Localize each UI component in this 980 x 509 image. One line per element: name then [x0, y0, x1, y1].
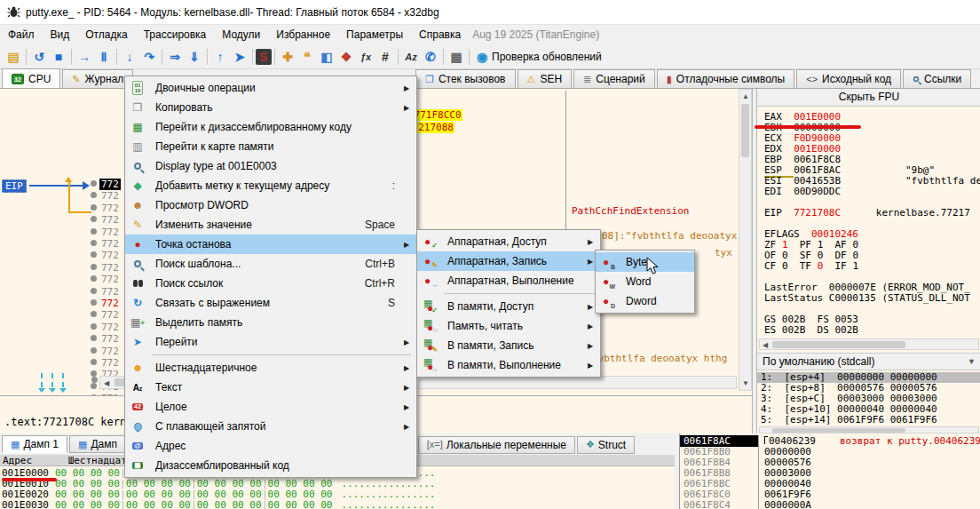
script-icon[interactable]: S — [256, 49, 272, 65]
tab-0[interactable]: 32CPU — [2, 68, 60, 88]
open-file-icon[interactable]: ▤ — [4, 47, 23, 67]
run-to-return-icon[interactable]: ⇒ — [165, 47, 185, 67]
vertical-scrollbar[interactable]: ▲ ▼ — [739, 89, 752, 391]
hide-fpu-button[interactable]: Скрыть FPU — [757, 89, 980, 107]
menu-item-label[interactable]: ◆Добавить метку к текущему адресу: — [125, 176, 416, 195]
menu-item-find-pattern[interactable]: Поиск шаблона...Ctrl+B — [125, 254, 416, 274]
menu-item-watch-dword[interactable]: ☻Просмотр DWORD — [125, 195, 416, 215]
menu-item-breakpoint[interactable]: ●Точка останова▶ — [125, 235, 416, 254]
menubar-item-6[interactable]: Параметры — [338, 26, 411, 44]
instruction-address[interactable]: 772 — [101, 227, 119, 238]
menu-item-edit[interactable]: ✎Изменить значениеSpace — [125, 215, 416, 235]
tab-4[interactable]: <>Исходный код — [796, 69, 901, 88]
registers-horizontal-scrollbar[interactable]: ◀ — [759, 338, 979, 350]
step-down-icon[interactable]: ⇓ — [185, 47, 204, 67]
menu-item-mem-read[interactable]: ●○Память, читать▶ — [417, 316, 600, 336]
patches-icon[interactable]: ✚ — [278, 47, 297, 67]
instruction-address[interactable]: 772 — [101, 357, 119, 369]
breakpoint-dot[interactable] — [91, 275, 97, 282]
menu-item-allocate-memory[interactable]: ▦+Выделить память — [125, 313, 416, 332]
labels-icon[interactable]: ◧ — [317, 47, 336, 67]
stack-row[interactable]: 0061F8AC00406239возврат к putty.00406239… — [680, 435, 980, 446]
stack-row[interactable]: 0061F8BC00000040 — [680, 478, 840, 489]
arguments-horizontal-scrollbar[interactable] — [759, 426, 979, 433]
breakpoint-dot[interactable] — [91, 240, 97, 246]
stack-pane[interactable]: 0061F8AC00406239возврат к putty.00406239… — [679, 433, 980, 509]
instruction-address[interactable]: 772 — [101, 190, 119, 202]
bottom-tab-0[interactable]: ▦Дамп 1 — [2, 435, 67, 453]
instruction-address[interactable]: 772 — [101, 262, 119, 274]
breakpoint-dot[interactable] — [91, 359, 97, 365]
menu-item-memory-map[interactable]: ▥Перейти к карте памяти — [125, 137, 416, 156]
menu-item-hw-access[interactable]: ●✓Аппаратная, Доступ▶ — [417, 232, 600, 251]
instruction-address[interactable]: 772 — [101, 333, 119, 345]
breakpoint-dot[interactable] — [91, 192, 97, 198]
menu-item-text[interactable]: AzТекст▶ — [125, 378, 416, 397]
flags-row-2[interactable]: CF 0 TF 0 IF 1 — [764, 261, 980, 272]
menubar-item-4[interactable]: Модули — [214, 26, 268, 44]
menu-item-integer[interactable]: 42Целое▶ — [125, 397, 416, 417]
menu-item-disasm-code[interactable]: ▦Дизассемблированный код — [125, 456, 416, 475]
registers-pane[interactable]: Скрыть FPU EAX 001E0000EBX 00000000ECX F… — [756, 89, 980, 433]
breakpoint-dot[interactable] — [91, 323, 97, 330]
tab-1[interactable]: ✎Журнал — [62, 69, 133, 88]
instruction-address[interactable]: 772 — [99, 179, 121, 190]
bottom-tab-2[interactable]: ❖Struct — [577, 436, 635, 454]
tab-1[interactable]: ⚠SEH — [518, 69, 573, 88]
menu-item-hw-write[interactable]: ●✎Аппаратная, Запись▶ — [417, 251, 600, 271]
step-into-icon[interactable]: ↓ — [120, 47, 139, 67]
breakpoint-dot[interactable] — [91, 335, 97, 341]
segment-registers-row[interactable]: ES 002B DS 002B — [764, 325, 980, 336]
menu-item-display-type[interactable]: Display type at 001E0003 — [125, 156, 416, 176]
restart-icon[interactable]: ↺ — [29, 47, 49, 67]
menu-item-disasm-chip[interactable]: ▦Перейти к дизассемблированному коду — [125, 117, 416, 137]
bottom-tab-1[interactable]: [x=]Локальные переменные — [418, 436, 575, 454]
dump-row[interactable]: 001E001000 00 00 0000 00 00 0000 00 00 0… — [0, 478, 435, 489]
stack-row[interactable]: 0061F8B400000576 — [680, 457, 840, 467]
step-over-icon[interactable]: ↷ — [139, 47, 159, 67]
instruction-address[interactable]: 772 — [101, 286, 119, 298]
hash-icon[interactable]: # — [375, 47, 395, 67]
dump-row[interactable]: 001E002000 00 00 0000 00 00 0000 00 00 0… — [0, 489, 435, 499]
breakpoint-dot[interactable] — [91, 347, 97, 354]
stack-row[interactable]: 0061F8C00061F9F6 — [680, 489, 840, 499]
breakpoint-dot[interactable] — [91, 383, 97, 389]
update-check-label[interactable]: Проверка обновлений — [492, 51, 602, 63]
menubar-item-2[interactable]: Отладка — [77, 26, 135, 44]
last-status-row[interactable]: LastStatus C0000135 (STATUS_DLL_NOT — [764, 293, 980, 304]
strings-icon[interactable]: Az — [401, 47, 421, 67]
breakpoint-dot[interactable] — [91, 288, 97, 294]
run-icon[interactable]: → — [75, 47, 94, 67]
menu-item-mem-access[interactable]: ●✓В памяти, Доступ▶ — [417, 297, 600, 316]
menu-item-hex[interactable]: ☻Шестнадцатеричное▶ — [125, 358, 416, 378]
tab-0[interactable]: ❐Стек вызовов — [415, 69, 516, 88]
instruction-address[interactable]: 772 — [101, 322, 119, 333]
menu-item-sync-expression[interactable]: ↻Связать с выражениемS — [125, 293, 416, 313]
tab-3[interactable]: ▮Отладочные символы — [657, 69, 794, 88]
register-row-edi[interactable]: EDI 00D90DDC — [764, 187, 980, 197]
breakpoint-dot[interactable] — [91, 180, 97, 187]
register-row-eip[interactable]: EIP 7721708C kernelbase.77217 — [764, 208, 980, 219]
functions-icon[interactable]: ƒx — [356, 47, 375, 67]
update-globe-icon[interactable]: ◉ — [472, 47, 492, 67]
breakpoint-dot[interactable] — [91, 264, 97, 270]
menu-item-float[interactable]: С плавающей запятой▶ — [125, 417, 416, 436]
bottom-tab-1[interactable]: ▦Дамп — [69, 435, 126, 453]
menubar-item-0[interactable]: Файл — [0, 26, 43, 44]
menu-item-hw-execute[interactable]: ●→Аппаратная, Выполнение — [417, 271, 600, 290]
breakpoint-dot[interactable] — [91, 228, 97, 235]
instruction-address[interactable]: 772 — [101, 203, 119, 214]
breakpoint-dot[interactable] — [91, 299, 97, 306]
menu-item-address[interactable]: @Адрес — [125, 436, 416, 456]
stack-row[interactable]: 0061F8B000000000 — [680, 446, 840, 457]
menu-item-bp-byte[interactable]: ●BByte — [596, 252, 694, 272]
breakpoint-dot[interactable] — [91, 251, 97, 258]
menubar-item-5[interactable]: Избранное — [268, 26, 338, 44]
argument-row-5[interactable]: 5: [esp+14] 0061F9F6 0061F9F6 — [757, 415, 980, 425]
attach-icon[interactable]: ✆ — [421, 47, 440, 67]
stack-row[interactable]: 0061F8C40000000A — [680, 499, 840, 509]
run-to-user-code-icon[interactable]: ➤ — [230, 47, 249, 67]
step-out-icon[interactable]: ↑ — [210, 47, 230, 67]
menubar-item-1[interactable]: Вид — [43, 26, 78, 44]
breakpoint-dot[interactable] — [91, 204, 97, 211]
